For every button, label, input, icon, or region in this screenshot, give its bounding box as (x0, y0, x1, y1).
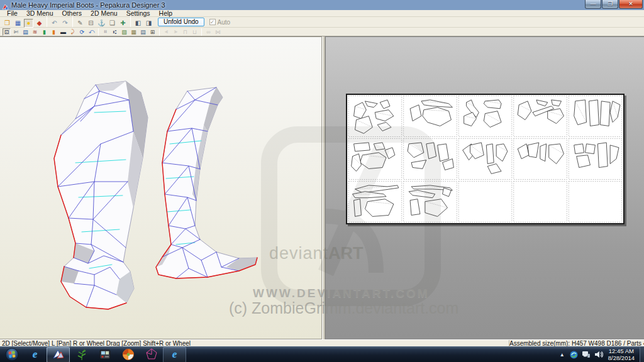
toolbar-separator (159, 28, 160, 36)
system-tray: ▲ 12:45 AM 8/28/2014 (557, 347, 644, 362)
status-hint: 2D [Select/Move] L [Pan] R or Wheel Drag… (0, 340, 509, 347)
pepakura-origami-icon (52, 348, 65, 361)
pattern-page (518, 143, 564, 164)
status-assembled-size: Assembled size(mm): H457 W498 D186 / Par… (509, 340, 644, 347)
internet-explorer-icon: e (33, 348, 38, 361)
start-button[interactable] (0, 347, 23, 362)
pattern-page (464, 100, 501, 128)
print-icon[interactable]: ⊞ (148, 28, 157, 36)
pin-icon[interactable]: ✚ (118, 19, 128, 28)
return-icon[interactable]: ⤺ (87, 28, 96, 36)
taskbar-internet-explorer-2[interactable]: e (163, 347, 186, 362)
align-bottom-icon: ⊔ (191, 28, 199, 36)
edge-cut-icon[interactable]: ✄ (12, 28, 20, 36)
toolbar-main: ❒▦●◆↶↷✎⊟⚓❏✚◧◨ Unfold Undo ✓ Auto (0, 17, 644, 28)
auto-checkbox[interactable]: ✓ Auto (209, 19, 231, 26)
pane-3d-view-icon[interactable]: ◧ (133, 19, 143, 28)
book-icon[interactable]: ▮ (50, 28, 58, 36)
tray-clock[interactable]: 12:45 AM 8/28/2014 (608, 348, 635, 361)
copy-icon[interactable]: ❏ (108, 19, 117, 28)
notes-icon[interactable]: ▧ (120, 28, 128, 36)
pattern-page (410, 100, 452, 126)
save-icon[interactable]: ▦ (13, 19, 23, 28)
zigzag-icon[interactable]: ≋ (31, 28, 39, 36)
select-icon[interactable]: ⊡ (3, 28, 11, 36)
toolbar-separator (47, 16, 47, 27)
pattern-page (409, 185, 452, 217)
undo-icon[interactable]: ↶ (50, 19, 59, 28)
redo-icon[interactable]: ↷ (60, 19, 70, 28)
minimize-button[interactable]: — (585, 0, 601, 9)
clock-date: 8/28/2014 (608, 354, 635, 361)
workspace: deviantART WWW.DEVIANTART.COM (c) Zombie… (0, 36, 644, 339)
clock-time: 12:45 AM (608, 348, 635, 354)
menu-item-2d-menu[interactable]: 2D Menu (86, 10, 122, 17)
unfold-undo-button[interactable]: Unfold Undo (158, 18, 204, 26)
tray-volume-icon[interactable] (594, 351, 603, 358)
rotate-icon[interactable]: ⟳ (78, 28, 86, 36)
tray-network-icon[interactable] (582, 351, 591, 358)
title-bar[interactable]: Male Heavy Imperial Boots - Pepakura Des… (0, 0, 644, 10)
viewport-2d[interactable] (325, 36, 644, 339)
toolbar-separator (72, 16, 73, 27)
pattern-page (518, 100, 564, 124)
close-button[interactable]: ✕ (619, 0, 643, 9)
taskbar-internet-explorer[interactable]: e (23, 347, 47, 362)
tray-sync-icon[interactable] (570, 351, 578, 359)
align-top-icon: ⊓ (181, 28, 189, 36)
taskbar-pepakura-active[interactable] (47, 347, 70, 362)
pattern-page (352, 143, 395, 172)
divide-icon[interactable]: ⑆ (111, 28, 119, 36)
pattern-page (574, 100, 620, 126)
screen: Male Heavy Imperial Boots - Pepakura Des… (0, 0, 644, 362)
light-icon[interactable]: ● (24, 19, 33, 28)
menu-item-3d-menu[interactable]: 3D Menu (22, 10, 58, 17)
menu-item-settings[interactable]: Settings (122, 10, 155, 17)
image-icon[interactable]: ▦ (130, 28, 138, 36)
toolbar-2d: ⊡✄▤≋▮▮▬⤸⟳⤺⌗⑆▧▦▤⊞⫷⫸⊓⊔∞⋈ (0, 28, 644, 36)
split-icon: ⋈ (214, 28, 222, 36)
pen-icon[interactable]: ✎ (75, 19, 85, 28)
taskbar-mesh-modeler[interactable] (140, 347, 163, 362)
viewport-3d[interactable] (0, 36, 322, 339)
join-icon: ∞ (204, 28, 213, 36)
menu-item-help[interactable]: Help (155, 10, 177, 17)
mesh-wireframe-icon (145, 348, 158, 361)
menu-item-others[interactable]: Others (58, 10, 87, 17)
show-desktop-button[interactable] (640, 347, 644, 362)
open-icon[interactable]: ❒ (3, 19, 12, 28)
window-icon[interactable]: ▤ (21, 28, 30, 36)
boot-3d-model (0, 37, 321, 339)
pane-2d-view-icon[interactable]: ◨ (144, 19, 153, 28)
auto-checkbox-box[interactable]: ✓ (209, 19, 216, 25)
fern-icon (75, 348, 88, 361)
menu-item-file[interactable]: File (3, 10, 22, 17)
pattern-page (353, 185, 399, 217)
taskbar-photo-app[interactable] (116, 347, 140, 362)
taskbar-fern-app[interactable] (70, 347, 93, 362)
internet-explorer-icon: e (172, 348, 177, 361)
screen-icon[interactable]: ▬ (59, 28, 67, 36)
taskbar: e (0, 346, 644, 362)
toolbar-separator (98, 28, 99, 36)
pattern-pieces (347, 95, 623, 223)
toolbar-separator (201, 28, 202, 36)
monitor-icon[interactable]: ▤ (139, 28, 147, 36)
auto-checkbox-label: Auto (218, 19, 231, 26)
flip-icon[interactable]: ⤸ (69, 28, 77, 36)
taskbar-media-recorder[interactable] (93, 347, 116, 362)
toolbar-main-icons: ❒▦●◆↶↷✎⊟⚓❏✚◧◨ (2, 16, 154, 28)
tray-expand-button[interactable]: ▲ (560, 352, 565, 358)
anchor-icon[interactable]: ⚓ (97, 19, 106, 28)
battery-icon[interactable]: ▮ (40, 28, 48, 36)
toolbar-separator (130, 16, 131, 27)
material-cube-icon[interactable]: ◆ (35, 19, 44, 28)
pattern-sheet[interactable] (346, 94, 625, 224)
media-recorder-icon (99, 348, 111, 361)
maximize-button[interactable]: ❐ (602, 0, 618, 9)
window-controls: — ❐ ✕ (584, 0, 643, 9)
sheet-grid-icon[interactable]: ⌗ (101, 28, 109, 36)
measure-icon[interactable]: ⊟ (86, 19, 96, 28)
status-bar: 2D [Select/Move] L [Pan] R or Wheel Drag… (0, 339, 644, 346)
pattern-page (574, 143, 619, 168)
